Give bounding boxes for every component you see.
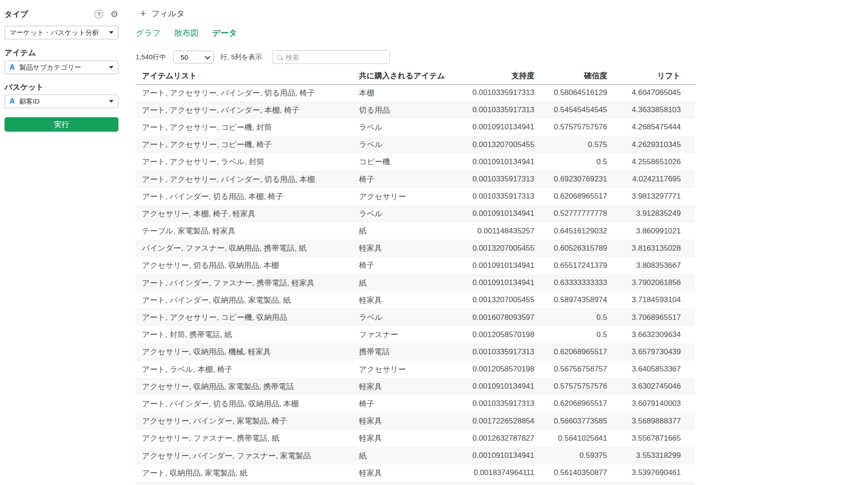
cell-lift: 3.8163135028 [610,240,695,257]
table-row: アート, アクセサリー, バインダー, 切る用品, 椅子本棚0.00103359… [136,84,695,101]
cell-co-purchased-item: 軽家具 [357,291,466,309]
cell-confidence: 0.64516129032 [538,223,610,240]
cell-item-list: アクセサリー, 切る用品, 収納用品, 本棚 [136,257,357,274]
results-table: アイテムリスト共に購入されるアイテム支持度確信度リフト アート, アクセサリー,… [136,67,695,481]
table-body: アート, アクセサリー, バインダー, 切る用品, 椅子本棚0.00103359… [136,84,695,481]
cell-lift: 3.7068965517 [610,309,695,326]
cell-co-purchased-item: 紙 [357,223,466,240]
tab-scatter[interactable]: 散布図 [174,28,198,38]
filter-label: フィルタ [151,8,185,19]
item-select-value: 製品サブカテゴリー [19,63,106,72]
cell-confidence: 0.59375 [538,447,610,464]
cell-lift: 3.7902061856 [610,274,695,291]
table-row: アクセサリー, 収納用品, 機械, 軽家具携帯電話0.0010335917313… [136,343,695,361]
cell-confidence: 0.58064516129 [538,84,610,101]
cell-lift: 3.860991021 [610,223,695,240]
cell-support: 0.0010910134941 [466,119,538,136]
cell-lift: 4.2629310345 [610,136,695,153]
type-select-value: マーケット・バスケット分析 [9,29,106,37]
cell-co-purchased-item: 本棚 [357,84,466,101]
item-label: アイテム [5,48,36,58]
cell-lift: 3.9813297771 [610,188,695,205]
tab-data[interactable]: データ [212,28,237,38]
cell-item-list: アート, バインダー, 切る用品, 収納用品, 本棚 [136,395,357,412]
table-row: アート, ラベル, 本棚, 椅子アクセサリー0.00120585701980.5… [136,361,695,378]
item-select[interactable]: A 製品サブカテゴリー [5,61,118,74]
cell-item-list: アート, 封筒, 携帯電話, 紙 [136,326,357,343]
cell-item-list: アート, アクセサリー, バインダー, 本棚, 椅子 [136,101,357,119]
search-input[interactable] [286,53,385,61]
cell-confidence: 0.5641025641 [538,430,610,447]
table-row: アート, バインダー, 収納用品, 家電製品, 紙軽家具0.0013207005… [136,291,695,309]
column-header[interactable]: 共に購入されるアイテム [357,67,466,84]
cell-co-purchased-item: 軽家具 [357,413,466,430]
type-select[interactable]: マーケット・バスケット分析 [5,26,118,39]
cell-lift: 3.5689888377 [610,413,695,430]
cell-item-list: アート, アクセサリー, コピー機, 封筒 [136,119,357,136]
table-row: アクセサリー, 収納用品, 家電製品, 携帯電話軽家具0.00109101349… [136,378,695,395]
cell-co-purchased-item: 軽家具 [357,430,466,447]
cell-lift: 3.7184593104 [610,291,695,309]
cell-confidence: 0.56756756757 [538,361,610,378]
cell-confidence: 0.56140350877 [538,464,610,481]
cell-confidence: 0.575 [538,136,610,153]
cell-co-purchased-item: ラベル [357,136,466,153]
cell-item-list: アート, バインダー, ファスナー, 携帯電話, 軽家具 [136,274,357,291]
cell-support: 0.0012632787827 [466,430,538,447]
cell-support: 0.001148435257 [466,223,538,240]
basket-select-value: 顧客ID [19,97,106,106]
cell-item-list: アート, ラベル, 本棚, 椅子 [136,361,357,378]
cell-support: 0.0010335917313 [466,188,538,205]
cell-item-list: アクセサリー, ファスナー, 携帯電話, 紙 [136,430,357,447]
cell-item-list: バインダー, ファスナー, 収納用品, 携帯電話, 紙 [136,240,357,257]
basket-select[interactable]: A 顧客ID [5,95,118,108]
table-row: アクセサリー, バインダー, ファスナー, 家電製品紙0.00109101349… [136,447,695,464]
text-field-type-icon: A [9,63,15,71]
table-row: アクセサリー, 切る用品, 収納用品, 本棚椅子0.00109101349410… [136,257,695,274]
add-filter-button[interactable]: + フィルタ [140,8,695,19]
cell-confidence: 0.62068965517 [538,395,610,412]
cell-support: 0.0010910134941 [466,153,538,171]
tab-graph[interactable]: グラフ [136,28,160,38]
cell-item-list: アート, バインダー, 切る用品, 本棚, 椅子 [136,188,357,205]
column-header[interactable]: リフト [610,67,695,84]
cell-lift: 3.912835249 [610,205,695,222]
page-size-value: 50 [181,53,205,61]
table-row: バインダー, ファスナー, 収納用品, 携帯電話, 紙軽家具0.00132070… [136,240,695,257]
search-box [272,50,390,64]
table-row: アート, バインダー, 切る用品, 本棚, 椅子アクセサリー0.00103359… [136,188,695,205]
cell-lift: 3.808353667 [610,257,695,274]
cell-co-purchased-item: 切る用品 [357,101,466,119]
gear-icon[interactable]: ⚙ [110,10,118,19]
cell-item-list: アート, アクセサリー, バインダー, 切る用品, 本棚 [136,171,357,188]
page-size-select[interactable]: 50 [173,51,214,63]
table-row: アート, アクセサリー, バインダー, 切る用品, 本棚椅子0.00103359… [136,171,695,188]
cell-confidence: 0.62068965517 [538,188,610,205]
column-header[interactable]: アイテムリスト [136,67,357,84]
cell-co-purchased-item: コピー機 [357,153,466,171]
cell-support: 0.0010335917313 [466,343,538,361]
table-header-row: アイテムリスト共に購入されるアイテム支持度確信度リフト [136,67,695,84]
cell-item-list: アクセサリー, バインダー, ファスナー, 家電製品 [136,447,357,464]
rows-total-label: 1,540行中 [136,53,166,62]
help-icon[interactable]: ? [94,10,103,19]
cell-item-list: アクセサリー, 本棚, 椅子, 軽家具 [136,205,357,222]
column-header[interactable]: 支持度 [466,67,538,84]
cell-support: 0.0018374964111 [466,464,538,481]
cell-item-list: アート, アクセサリー, コピー機, 椅子 [136,136,357,153]
cell-support: 0.0010910134941 [466,274,538,291]
column-header[interactable]: 確信度 [538,67,610,84]
plus-icon: + [140,9,146,19]
cell-support: 0.0010910134941 [466,205,538,222]
cell-confidence: 0.62068965517 [538,343,610,361]
search-icon [277,55,282,60]
table-controls: 1,540行中 50 行, 5列を表示 [136,50,695,64]
cell-item-list: アクセサリー, 収納用品, 機械, 軽家具 [136,343,357,361]
cell-item-list: アート, アクセサリー, バインダー, 切る用品, 椅子 [136,84,357,101]
table-row: アート, 封筒, 携帯電話, 紙ファスナー0.00120585701980.53… [136,326,695,343]
cell-confidence: 0.58974358974 [538,291,610,309]
run-button[interactable]: 実行 [5,117,118,132]
cell-lift: 3.6302745046 [610,378,695,395]
cell-lift: 4.6047065045 [610,84,695,101]
cell-lift: 4.2685475444 [610,119,695,136]
